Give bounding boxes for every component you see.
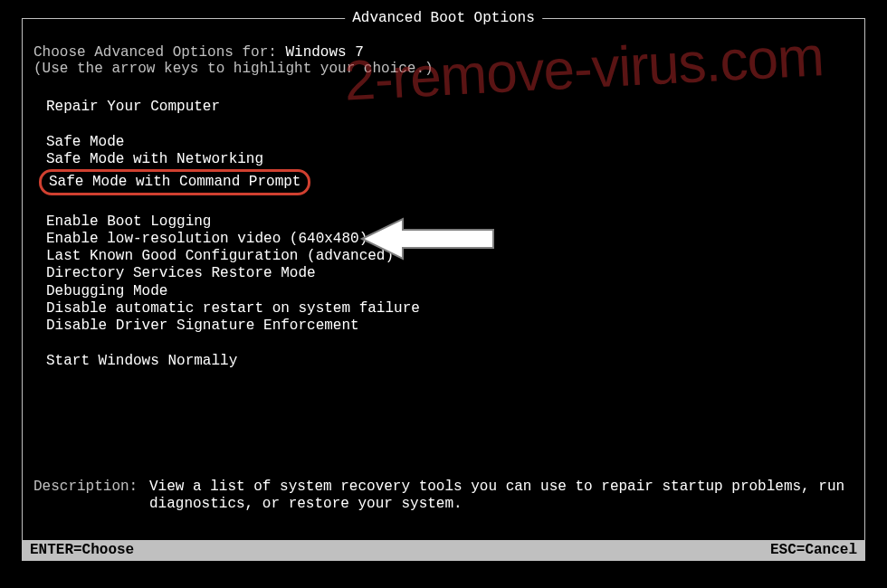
description-section: Description: View a list of system recov… (33, 479, 854, 513)
menu-safe-mode-networking[interactable]: Safe Mode with Networking (46, 151, 263, 168)
menu-disable-auto-restart[interactable]: Disable automatic restart on system fail… (46, 300, 420, 318)
menu-safe-mode[interactable]: Safe Mode (46, 134, 124, 151)
menu-boot-logging[interactable]: Enable Boot Logging (46, 213, 211, 231)
menu-disable-driver-sig[interactable]: Disable Driver Signature Enforcement (46, 318, 359, 335)
main-container: Advanced Boot Options Choose Advanced Op… (22, 18, 865, 561)
description-text: View a list of system recovery tools you… (149, 479, 854, 513)
choose-options-line: Choose Advanced Options for: Windows 7 (33, 44, 854, 61)
footer-enter-hint: ENTER=Choose (30, 542, 134, 558)
content-area: Choose Advanced Options for: Windows 7 (… (23, 19, 864, 560)
pointer-arrow-icon (358, 214, 502, 269)
footer-esc-hint: ESC=Cancel (770, 542, 857, 558)
os-name: Windows 7 (285, 44, 363, 61)
menu-repair-computer[interactable]: Repair Your Computer (46, 99, 220, 116)
choose-prefix: Choose Advanced Options for: (33, 44, 285, 61)
footer-bar: ENTER=Choose ESC=Cancel (23, 540, 864, 560)
menu-dsrm[interactable]: Directory Services Restore Mode (46, 265, 316, 282)
arrow-keys-instruction: (Use the arrow keys to highlight your ch… (33, 61, 854, 77)
menu-last-known-good[interactable]: Last Known Good Configuration (advanced) (46, 248, 394, 265)
menu-safe-mode-cmd[interactable]: Safe Mode with Command Prompt (39, 169, 310, 195)
menu-low-res-video[interactable]: Enable low-resolution video (640x480) (46, 231, 367, 248)
description-label: Description: (33, 479, 149, 513)
menu-debugging-mode[interactable]: Debugging Mode (46, 283, 167, 300)
menu-start-normally[interactable]: Start Windows Normally (46, 353, 237, 370)
